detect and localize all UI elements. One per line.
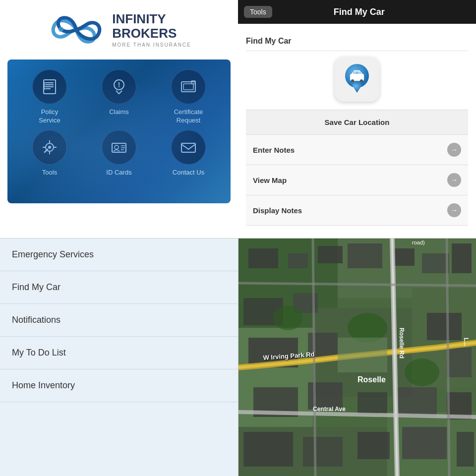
menu-item-policy[interactable]: PolicyService — [20, 69, 79, 125]
top-right-panel: Tools Find My Car Find My Car — [238, 0, 476, 238]
todo-label: My To Do List — [12, 348, 66, 357]
sidebar-item-todo[interactable]: My To Do List — [0, 337, 238, 369]
idcards-icon — [110, 138, 128, 156]
tools-label: Tools — [42, 169, 57, 177]
menu-item-certificate[interactable]: CertificateRequest — [159, 69, 218, 125]
svg-point-31 — [351, 79, 354, 82]
svg-text:road): road) — [412, 239, 425, 245]
svg-rect-26 — [181, 143, 195, 152]
contact-icon-circle — [171, 130, 206, 165]
idcards-icon-circle — [102, 130, 136, 165]
bottom-left-panel: Emergency Services Find My Car Notificat… — [0, 238, 238, 476]
svg-rect-42 — [288, 253, 308, 268]
find-my-car-label: Find My Car — [12, 282, 60, 292]
logo-text: INFINITY BROKERS MORE THAN INSURANCE — [112, 12, 191, 47]
notifications-label: Notifications — [12, 315, 60, 325]
view-map-button[interactable]: View Map → — [246, 165, 468, 195]
menu-item-contact[interactable]: Contact Us — [159, 130, 218, 177]
sidebar-item-notifications[interactable]: Notifications — [0, 304, 238, 337]
svg-point-71 — [273, 305, 303, 330]
fmc-app-icon — [335, 57, 379, 102]
svg-point-0 — [59, 27, 64, 32]
svg-point-9 — [44, 88, 46, 90]
svg-rect-61 — [357, 432, 390, 459]
contact-label: Contact Us — [173, 169, 204, 177]
menu-item-claims[interactable]: ! Claims — [89, 69, 149, 125]
claims-icon-circle: ! — [102, 69, 136, 104]
enter-notes-label: Enter Notes — [253, 146, 295, 154]
tools-icon-circle — [32, 130, 67, 165]
svg-rect-56 — [357, 392, 387, 415]
logo-icon — [47, 10, 106, 50]
map-container: W Irving Park Rd Roselle Rd Roselle Cent… — [238, 238, 476, 476]
view-map-label: View Map — [253, 176, 287, 184]
sidebar-item-inventory[interactable]: Home Inventory — [0, 369, 238, 402]
svg-text:L...: L... — [463, 338, 470, 346]
svg-point-8 — [44, 86, 46, 88]
nav-title: Find My Car — [278, 7, 440, 17]
bottom-right-panel: W Irving Park Rd Roselle Rd Roselle Cent… — [238, 238, 476, 476]
logo-container: INFINITY BROKERS MORE THAN INSURANCE — [47, 10, 191, 50]
svg-rect-43 — [318, 246, 343, 263]
svg-rect-57 — [397, 387, 437, 417]
svg-text:Central Ave: Central Ave — [313, 406, 346, 413]
svg-rect-73 — [338, 338, 387, 372]
sidebar-item-emergency[interactable]: Emergency Services — [0, 238, 238, 271]
top-left-panel: INFINITY BROKERS MORE THAN INSURANCE — [0, 0, 238, 238]
policy-label: PolicyService — [39, 108, 60, 125]
svg-rect-52 — [427, 313, 462, 340]
svg-text:!: ! — [118, 81, 120, 89]
certificate-icon-circle — [171, 69, 206, 104]
inventory-label: Home Inventory — [12, 380, 75, 390]
svg-rect-60 — [303, 437, 343, 467]
display-notes-label: Display Notes — [253, 206, 302, 215]
fmc-header: Find My Car — [246, 32, 468, 51]
svg-point-22 — [115, 145, 119, 149]
svg-text:Roselle Rd: Roselle Rd — [398, 328, 405, 358]
save-car-location-button[interactable]: Save Car Location — [246, 110, 468, 135]
policy-icon-circle — [32, 69, 67, 104]
nav-bar: Tools Find My Car — [238, 0, 476, 24]
svg-point-6 — [44, 82, 46, 84]
menu-item-idcards[interactable]: ID Cards — [89, 130, 149, 177]
svg-rect-59 — [243, 432, 293, 467]
svg-point-32 — [360, 79, 363, 82]
svg-point-72 — [405, 358, 439, 386]
emergency-services-label: Emergency Services — [12, 249, 94, 259]
tools-icon — [41, 138, 59, 156]
svg-rect-46 — [422, 253, 449, 273]
display-notes-arrow-icon: → — [447, 203, 461, 217]
car-location-icon — [340, 62, 374, 97]
svg-rect-44 — [348, 243, 382, 268]
enter-notes-arrow-icon: → — [447, 143, 461, 157]
logo-title-line2: BROKERS — [112, 26, 191, 41]
sidebar-item-findmycar[interactable]: Find My Car — [0, 271, 238, 304]
svg-rect-29 — [353, 71, 357, 74]
svg-rect-62 — [402, 427, 447, 459]
svg-rect-13 — [183, 84, 193, 90]
fmc-buttons: Save Car Location Enter Notes → View Map… — [246, 110, 468, 226]
menu-row-1: PolicyService ! Claims — [17, 69, 221, 125]
policy-icon — [41, 78, 59, 96]
menu-grid: PolicyService ! Claims — [7, 60, 231, 203]
logo-subtitle: MORE THAN INSURANCE — [112, 42, 191, 48]
svg-point-16 — [48, 146, 51, 149]
nav-back-button[interactable]: Tools — [244, 6, 272, 18]
view-map-arrow-icon: → — [447, 173, 461, 187]
fmc-icon-container — [246, 57, 468, 102]
display-notes-button[interactable]: Display Notes → — [246, 195, 468, 226]
claims-icon: ! — [110, 78, 128, 96]
claims-label: Claims — [109, 108, 129, 117]
svg-point-7 — [44, 84, 46, 86]
idcards-label: ID Cards — [106, 169, 131, 177]
certificate-label: CertificateRequest — [174, 108, 203, 125]
enter-notes-button[interactable]: Enter Notes → — [246, 135, 468, 165]
certificate-icon — [179, 78, 197, 96]
svg-rect-41 — [248, 248, 278, 268]
svg-rect-63 — [457, 432, 474, 467]
contact-icon — [179, 138, 197, 156]
menu-item-tools[interactable]: Tools — [20, 130, 79, 177]
find-my-car-content: Find My Car — [238, 24, 476, 234]
save-car-location-label: Save Car Location — [325, 118, 390, 126]
svg-rect-30 — [357, 71, 361, 74]
